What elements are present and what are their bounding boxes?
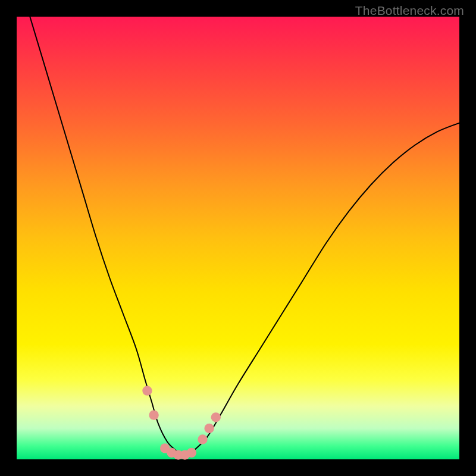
chart-plot-area bbox=[17, 17, 459, 459]
curve-marker bbox=[204, 424, 214, 433]
chart-svg bbox=[17, 17, 459, 459]
curve-marker bbox=[198, 434, 207, 444]
curve-marker bbox=[142, 386, 152, 395]
curve-marker bbox=[149, 410, 158, 419]
curve-marker bbox=[187, 448, 196, 458]
curve-markers bbox=[142, 386, 221, 459]
curve-line bbox=[30, 17, 459, 455]
watermark-text: TheBottleneck.com bbox=[355, 4, 464, 18]
curve-marker bbox=[211, 412, 221, 422]
